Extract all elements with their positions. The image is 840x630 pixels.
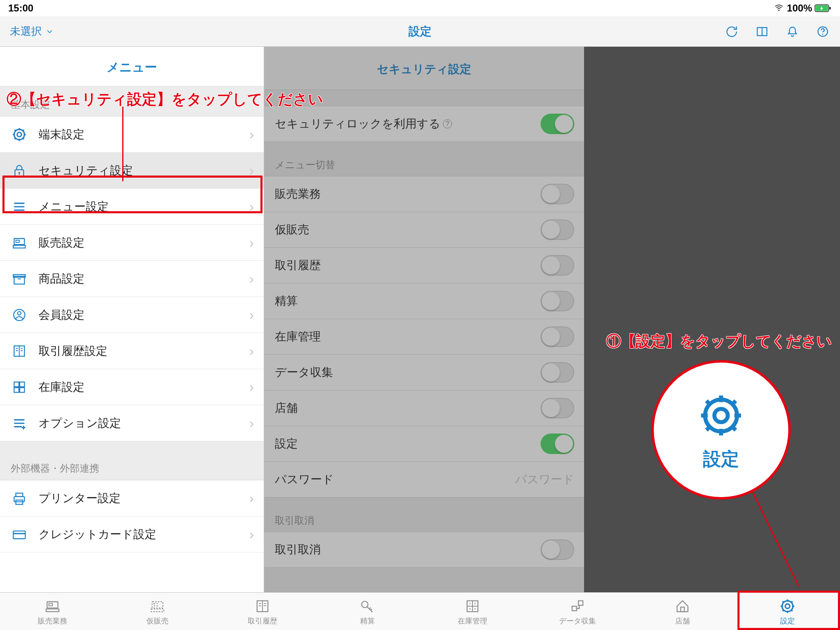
section-head-external: 外部機器・外部連携 <box>0 441 264 480</box>
tab-icon <box>568 597 587 615</box>
chevron-right-icon: › <box>249 271 254 287</box>
tab-label: 販売業務 <box>38 616 67 626</box>
bottom-tab-bar: 販売業務 仮販売 取引履歴 精算 在庫管理 データ収集 店舗 設定 <box>0 592 840 630</box>
wifi-icon <box>773 4 785 13</box>
sidebar-item-label: クレジットカード設定 <box>39 527 249 542</box>
row-label: 取引履歴 <box>275 258 541 273</box>
row-password[interactable]: パスワード パスワード <box>264 461 584 498</box>
tab-label: 取引履歴 <box>248 616 277 626</box>
tab-icon <box>148 597 167 615</box>
tab-データ収集[interactable]: データ収集 <box>525 593 630 630</box>
register-icon <box>11 234 28 251</box>
row-cancel-tx: 取引取消 <box>264 532 584 568</box>
sidebar-item-user[interactable]: 会員設定 › <box>0 297 264 333</box>
tab-仮販売[interactable]: 仮販売 <box>105 593 210 630</box>
tab-精算[interactable]: 精算 <box>315 593 420 630</box>
toggle-精算[interactable] <box>541 291 574 311</box>
row-仮販売: 仮販売 <box>264 212 584 248</box>
tab-label: データ収集 <box>559 616 596 626</box>
detail-section-menu: メニュー切替 <box>264 142 584 176</box>
sidebar-item-label: プリンター設定 <box>39 491 249 506</box>
battery-icon <box>815 4 832 12</box>
detail-panel: セキュリティ設定 セキュリティロックを利用する ? メニュー切替 販売業務 仮販… <box>264 47 584 592</box>
gear-icon <box>11 126 28 143</box>
tab-icon <box>463 597 482 615</box>
sidebar-item-lines[interactable]: オプション設定 › <box>0 405 264 441</box>
sidebar-item-lock[interactable]: セキュリティ設定 › <box>0 153 264 189</box>
row-label: 精算 <box>275 293 541 309</box>
tab-店舗[interactable]: 店舗 <box>630 593 735 630</box>
gear-icon-large <box>694 389 748 442</box>
settings-sidebar: メニュー 基本設定 端末設定 › セキュリティ設定 › メニュー設定 › 販売設… <box>0 47 264 592</box>
row-設定: 設定 <box>264 426 584 462</box>
detail-section-cancel: 取引取消 <box>264 498 584 532</box>
row-label: 在庫管理 <box>275 329 541 345</box>
toggle-仮販売[interactable] <box>541 219 574 240</box>
sidebar-item-grid[interactable]: 在庫設定 › <box>0 369 264 405</box>
row-security-lock-label: セキュリティロックを利用する <box>275 116 441 132</box>
tab-取引履歴[interactable]: 取引履歴 <box>210 593 315 630</box>
annotation-2: ②【セキュリティ設定】をタップしてください <box>7 89 323 110</box>
sidebar-item-label: オプション設定 <box>39 415 249 431</box>
toggle-販売業務[interactable] <box>541 184 574 204</box>
page-title: 設定 <box>409 24 431 39</box>
tab-icon <box>253 597 272 615</box>
chevron-right-icon: › <box>249 235 254 251</box>
grid-icon <box>11 379 28 396</box>
help-icon-inline[interactable]: ? <box>443 119 452 128</box>
toggle-取引履歴[interactable] <box>541 255 574 276</box>
sidebar-item-label: メニュー設定 <box>39 199 249 215</box>
sidebar-item-card[interactable]: クレジットカード設定 › <box>0 516 264 552</box>
toggle-店舗[interactable] <box>541 398 574 418</box>
sidebar-item-register[interactable]: 販売設定 › <box>0 225 264 261</box>
tab-icon <box>358 597 377 615</box>
menu-icon <box>11 198 28 215</box>
toggle-データ収集[interactable] <box>541 362 574 383</box>
row-label: データ収集 <box>275 365 541 380</box>
chevron-right-icon: › <box>249 526 254 542</box>
toggle-設定[interactable] <box>541 434 574 454</box>
user-icon <box>11 306 28 324</box>
right-empty-column <box>584 47 840 592</box>
bell-icon[interactable] <box>785 24 800 39</box>
refresh-icon[interactable] <box>724 24 739 39</box>
chevron-right-icon: › <box>249 379 254 395</box>
annotation-1: ①【設定】をタップしてください <box>606 331 832 352</box>
status-bar: 15:00 100% <box>0 0 840 16</box>
sidebar-item-box[interactable]: 商品設定 › <box>0 261 264 297</box>
toggle-cancel-tx[interactable] <box>541 539 574 560</box>
sidebar-item-label: 取引履歴設定 <box>39 343 249 359</box>
sidebar-item-label: セキュリティ設定 <box>39 163 249 178</box>
chevron-right-icon: › <box>249 343 254 359</box>
header-left-select[interactable]: 未選択 <box>10 24 54 39</box>
sidebar-item-menu[interactable]: メニュー設定 › <box>0 189 264 225</box>
row-取引履歴: 取引履歴 <box>264 247 584 283</box>
tab-icon <box>673 597 692 615</box>
card-icon <box>11 526 28 543</box>
detail-title: セキュリティ設定 <box>264 47 584 90</box>
header-left-label: 未選択 <box>10 24 42 39</box>
row-password-label: パスワード <box>275 472 515 487</box>
row-security-lock: セキュリティロックを利用する ? <box>264 106 584 142</box>
sidebar-item-label: 端末設定 <box>39 127 249 142</box>
tab-label: 在庫管理 <box>458 616 487 626</box>
help-icon[interactable] <box>815 24 830 39</box>
tab-icon <box>43 597 62 615</box>
tab-設定[interactable]: 設定 <box>735 593 840 630</box>
tab-label: 精算 <box>360 616 375 626</box>
tab-在庫管理[interactable]: 在庫管理 <box>420 593 525 630</box>
annotation-1-bubble: 設定 <box>651 360 791 500</box>
row-データ収集: データ収集 <box>264 354 584 390</box>
panels-icon[interactable] <box>755 24 769 39</box>
row-label: 仮販売 <box>275 222 541 237</box>
tab-販売業務[interactable]: 販売業務 <box>0 593 105 630</box>
sidebar-item-printer[interactable]: プリンター設定 › <box>0 480 264 516</box>
toggle-在庫管理[interactable] <box>541 326 574 347</box>
toggle-security-lock[interactable] <box>541 114 574 134</box>
row-label: 店舗 <box>275 400 541 416</box>
chevron-right-icon: › <box>249 490 254 506</box>
sidebar-item-label: 商品設定 <box>39 271 249 287</box>
sidebar-item-gear[interactable]: 端末設定 › <box>0 116 264 153</box>
sidebar-item-book[interactable]: 取引履歴設定 › <box>0 333 264 369</box>
svg-rect-31 <box>829 7 831 10</box>
